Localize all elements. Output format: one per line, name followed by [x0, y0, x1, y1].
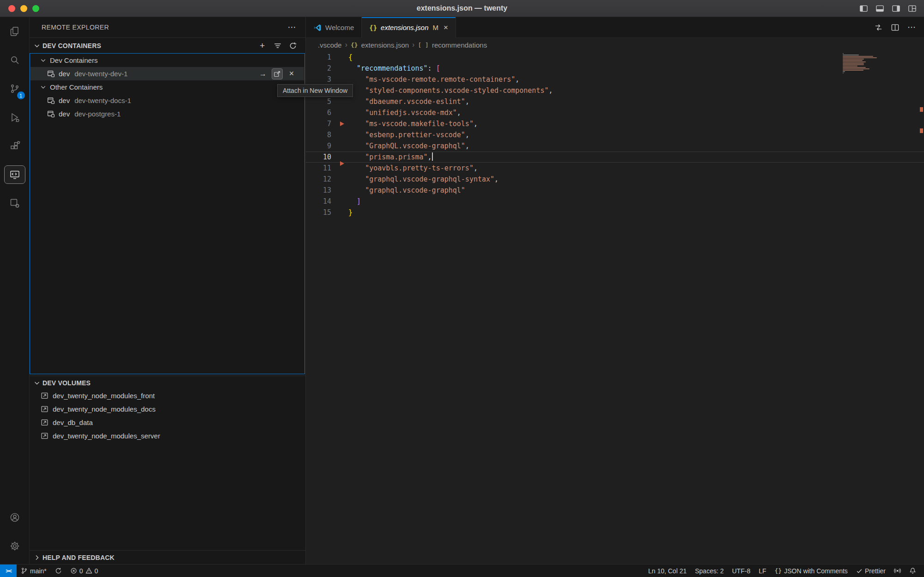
line-number[interactable]: 2: [306, 63, 331, 74]
filter-icon[interactable]: [273, 41, 283, 51]
indentation: Spaces: 2: [695, 567, 723, 575]
line-number-gutter[interactable]: 123456789101112131415: [306, 52, 331, 218]
sidebar-item-remote-explorer[interactable]: [0, 160, 30, 189]
indentation-item[interactable]: Spaces: 2: [691, 567, 728, 575]
minimap-line: [843, 61, 866, 62]
code-line[interactable]: "ms-vscode-remote.remote-containers",: [348, 74, 553, 85]
encoding: UTF-8: [732, 567, 751, 575]
volume-item[interactable]: dev_twenty_node_modules_server: [30, 429, 305, 443]
customize-layout-icon[interactable]: [908, 4, 917, 13]
tree-item-dev-twenty-dev-1[interactable]: dev dev-twenty-dev-1 → ×: [30, 67, 304, 80]
code-line[interactable]: ]: [348, 196, 553, 207]
code-line[interactable]: "esbenp.prettier-vscode",: [348, 129, 553, 140]
line-number[interactable]: 6: [306, 107, 331, 118]
minimap[interactable]: [843, 53, 878, 74]
accounts-button[interactable]: [0, 503, 30, 532]
code-line[interactable]: "prisma.prisma",: [348, 152, 553, 163]
line-number[interactable]: 10: [306, 152, 331, 163]
split-editor-icon[interactable]: [891, 23, 900, 32]
more-actions-icon[interactable]: ⋯: [288, 22, 296, 32]
code-line[interactable]: "recommendations": [: [348, 63, 553, 74]
cursor-position-item[interactable]: Ln 10, Col 21: [644, 567, 691, 575]
editor-area: Welcome {} extensions.json M × ⋯ .vscode…: [305, 17, 924, 564]
volume-item[interactable]: dev_db_data: [30, 416, 305, 429]
tree-item-dev-twenty-docs-1[interactable]: dev dev-twenty-docs-1: [30, 94, 304, 107]
sidebar-item-search[interactable]: [0, 46, 30, 74]
pane-header-dev-containers[interactable]: DEV CONTAINERS +: [30, 37, 305, 53]
volume-item[interactable]: dev_twenty_node_modules_docs: [30, 402, 305, 416]
broadcast-item[interactable]: [890, 567, 905, 574]
sidebar-item-explorer[interactable]: [0, 17, 30, 46]
sidebar-item-run-debug[interactable]: [0, 103, 30, 132]
problems-item[interactable]: 0 0: [66, 565, 103, 577]
code-line[interactable]: }: [348, 207, 553, 218]
formatter-item[interactable]: Prettier: [852, 567, 890, 575]
line-number[interactable]: 14: [306, 196, 331, 207]
sync-changes-item[interactable]: [51, 565, 66, 577]
pane-header-dev-volumes[interactable]: DEV VOLUMES: [30, 376, 305, 389]
line-number[interactable]: 13: [306, 185, 331, 196]
new-dev-container-icon[interactable]: +: [257, 41, 267, 51]
language-mode-item[interactable]: {} JSON with Comments: [771, 567, 852, 575]
open-changes-icon[interactable]: [874, 23, 883, 32]
code-line[interactable]: "ms-vscode.makefile-tools",: [348, 118, 553, 129]
line-number[interactable]: 3: [306, 74, 331, 85]
breadcrumb-folder[interactable]: .vscode: [318, 41, 342, 49]
line-number[interactable]: 5: [306, 96, 331, 107]
tree-group-dev-containers[interactable]: Dev Containers: [30, 54, 304, 67]
line-number[interactable]: 12: [306, 174, 331, 185]
close-icon[interactable]: ×: [444, 23, 448, 32]
stop-container-icon[interactable]: ×: [286, 68, 297, 79]
toggle-panel-icon[interactable]: [875, 4, 884, 13]
remote-indicator[interactable]: ><: [0, 565, 17, 577]
code-line[interactable]: "graphql.vscode-graphql": [348, 185, 553, 196]
breadcrumb-file[interactable]: extensions.json: [361, 41, 409, 49]
code-line[interactable]: "dbaeumer.vscode-eslint",: [348, 96, 553, 107]
attach-to-container-icon[interactable]: →: [257, 68, 268, 79]
breadcrumb-symbol[interactable]: recommendations: [432, 41, 487, 49]
sidebar-item-extensions[interactable]: [0, 132, 30, 160]
eol-item[interactable]: LF: [754, 567, 770, 575]
code-line[interactable]: "unifiedjs.vscode-mdx",: [348, 107, 553, 118]
tree-item-dev-postgres-1[interactable]: dev dev-postgres-1: [30, 107, 304, 121]
sidebar-item-source-control[interactable]: 1: [0, 74, 30, 103]
code-lines[interactable]: { "recommendations": [ "ms-vscode-remote…: [348, 52, 553, 218]
zoom-window-button[interactable]: [32, 5, 39, 12]
attach-in-new-window-icon[interactable]: [272, 68, 283, 79]
line-number[interactable]: 15: [306, 207, 331, 218]
toggle-secondary-sidebar-icon[interactable]: [892, 4, 900, 13]
minimap-line: [843, 73, 844, 73]
line-number[interactable]: 1: [306, 52, 331, 63]
git-branch-item[interactable]: main*: [17, 565, 51, 577]
tree-group-other-containers[interactable]: Other Containers: [30, 80, 304, 94]
tab-extensions-json[interactable]: {} extensions.json M ×: [362, 17, 456, 38]
volume-item[interactable]: dev_twenty_node_modules_front: [30, 389, 305, 402]
line-number[interactable]: 7: [306, 118, 331, 129]
code-line[interactable]: "graphql.vscode-graphql-syntax",: [348, 174, 553, 185]
chevron-down-icon: [33, 42, 41, 49]
code-line[interactable]: "yoavbls.pretty-ts-errors",: [348, 163, 553, 174]
sidebar-item-containers[interactable]: [0, 189, 30, 218]
code-line[interactable]: "styled-components.vscode-styled-compone…: [348, 85, 553, 96]
code-line[interactable]: "GraphQL.vscode-graphql",: [348, 140, 553, 152]
more-actions-icon[interactable]: ⋯: [907, 22, 916, 32]
line-number[interactable]: 9: [306, 140, 331, 152]
minimize-window-button[interactable]: [20, 5, 27, 12]
files-icon: [4, 22, 25, 41]
close-window-button[interactable]: [8, 5, 15, 12]
code-editor[interactable]: 123456789101112131415 { "recommendations…: [306, 52, 924, 564]
code-line[interactable]: {: [348, 52, 553, 63]
tab-welcome[interactable]: Welcome: [306, 17, 362, 38]
refresh-icon[interactable]: [288, 41, 298, 51]
minimap-line: [843, 57, 877, 58]
minimap-line: [843, 63, 864, 64]
settings-button[interactable]: [0, 532, 30, 560]
notifications-item[interactable]: [905, 567, 920, 574]
toggle-primary-sidebar-icon[interactable]: [859, 4, 868, 13]
encoding-item[interactable]: UTF-8: [728, 567, 755, 575]
status-bar: >< main* 0 0 Ln 10, Col 21 Spaces: 2 UTF…: [0, 564, 924, 577]
container-description: dev-postgres-1: [74, 110, 121, 118]
pane-header-help-and-feedback[interactable]: HELP AND FEEDBACK: [30, 550, 305, 564]
line-number[interactable]: 11: [306, 163, 331, 174]
line-number[interactable]: 8: [306, 129, 331, 140]
